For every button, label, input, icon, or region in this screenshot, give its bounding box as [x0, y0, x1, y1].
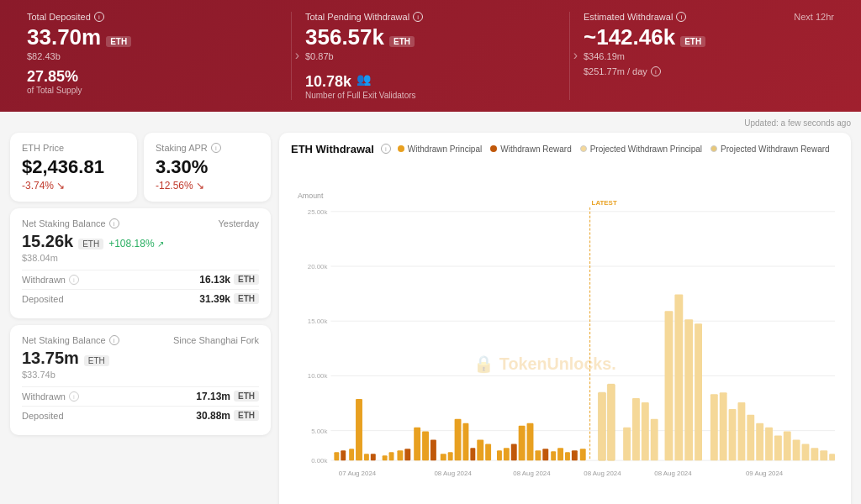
- svg-rect-76: [829, 454, 835, 460]
- ns-yesterday-currency: ETH: [78, 239, 103, 249]
- info-icon-day[interactable]: i: [651, 66, 661, 76]
- svg-rect-23: [349, 449, 354, 460]
- svg-rect-57: [642, 402, 649, 460]
- chart-container: Amount 25.00k 20.00k 15.00k 10.00k 5.00k…: [291, 162, 839, 504]
- svg-rect-29: [397, 450, 403, 460]
- info-icon-withdrawn-s[interactable]: i: [69, 391, 79, 402]
- top-card-deposited-title: Total Deposited i: [27, 12, 277, 22]
- top-card-estimated-title: Estimated Withdrawal i Next 12hr: [584, 12, 834, 22]
- svg-rect-75: [820, 450, 827, 460]
- info-icon-apr[interactable]: i: [211, 143, 221, 153]
- chart-title: ETH Withdrawal: [291, 143, 374, 155]
- svg-rect-44: [519, 425, 526, 459]
- info-icon-estimated[interactable]: i: [676, 12, 686, 22]
- svg-rect-27: [383, 455, 388, 460]
- legend-projected-principal: Projected Withdrawn Principal: [580, 144, 702, 154]
- info-icon-withdrawn-y[interactable]: i: [69, 275, 79, 285]
- svg-rect-52: [580, 449, 586, 460]
- ns-shanghai-title: Net Staking Balance i: [22, 335, 119, 345]
- deposited-secondary: 27.85%: [27, 68, 277, 86]
- ns-yesterday-title: Net Staking Balance i: [22, 218, 119, 228]
- chart-panel: ETH Withdrawal i Withdrawn Principal Wit…: [279, 133, 851, 504]
- svg-rect-64: [720, 392, 727, 460]
- svg-text:08 Aug 2024: 08 Aug 2024: [513, 470, 551, 477]
- svg-text:08 Aug 2024: 08 Aug 2024: [654, 470, 692, 477]
- svg-rect-21: [334, 452, 339, 460]
- ns-yesterday-value: 15.26k: [22, 232, 73, 251]
- top-card-pending-title: Total Pending Withdrawal i: [305, 12, 556, 22]
- ns-shanghai-sub: $33.74b: [22, 370, 259, 380]
- deposited-value: 33.70m: [27, 25, 101, 50]
- svg-text:09 Aug 2024: 09 Aug 2024: [746, 470, 784, 477]
- top-card-deposited: Total Deposited i 33.70m ETH $82.43b 27.…: [13, 12, 291, 100]
- chart-header: ETH Withdrawal i Withdrawn Principal Wit…: [291, 143, 839, 155]
- pending-sub: $0.87b: [305, 51, 556, 61]
- svg-rect-50: [565, 452, 570, 460]
- legend-withdrawn-principal: Withdrawn Principal: [398, 144, 482, 154]
- svg-rect-39: [477, 439, 483, 460]
- eth-price-value: $2,436.81: [22, 156, 125, 178]
- svg-rect-22: [341, 450, 346, 460]
- info-icon-ns-yesterday[interactable]: i: [109, 218, 119, 228]
- svg-rect-41: [497, 450, 502, 460]
- chevron-right-icon: ›: [295, 48, 299, 63]
- info-icon-deposited[interactable]: i: [94, 12, 104, 22]
- svg-rect-62: [695, 323, 702, 460]
- ns-shanghai-deposited-row: Deposited 30.88m ETH: [22, 406, 259, 425]
- legend-projected-reward: Projected Withdrawn Reward: [710, 144, 830, 154]
- top-bar: Total Deposited i 33.70m ETH $82.43b 27.…: [0, 0, 861, 112]
- legend-withdrawn-reward: Withdrawn Reward: [490, 144, 571, 154]
- deposited-secondary-label: of Total Supply: [27, 86, 277, 95]
- eth-price-label: ETH Price: [22, 143, 125, 153]
- ns-shanghai-withdrawn-row: Withdrawn i 17.13m ETH: [22, 386, 259, 406]
- chevron-right-icon-2: ›: [573, 48, 578, 63]
- info-icon-pending[interactable]: i: [413, 12, 423, 22]
- estimated-value: ~142.46k: [584, 25, 675, 50]
- svg-rect-42: [504, 448, 510, 460]
- svg-text:07 Aug 2024: 07 Aug 2024: [339, 470, 377, 477]
- pending-validators-label: Number of Full Exit Validators: [305, 91, 556, 100]
- svg-rect-47: [542, 449, 548, 460]
- staking-apr-value: 3.30%: [156, 156, 259, 178]
- svg-rect-37: [462, 423, 468, 459]
- ns-yesterday-deposited-row: Deposited 31.39k ETH: [22, 289, 259, 308]
- svg-rect-73: [802, 444, 810, 460]
- pending-validators: 10.78k: [305, 73, 351, 91]
- pending-value: 356.57k: [305, 25, 384, 50]
- svg-rect-58: [651, 418, 658, 459]
- svg-text:20.00k: 20.00k: [308, 263, 328, 270]
- svg-rect-61: [684, 319, 693, 460]
- info-icon-ns-shanghai[interactable]: i: [109, 335, 119, 345]
- svg-rect-43: [511, 444, 517, 460]
- left-panel: ETH Price $2,436.81 -3.74% ↘ Staking APR…: [10, 133, 271, 504]
- svg-rect-74: [811, 448, 818, 460]
- svg-rect-69: [765, 427, 773, 460]
- estimated-day-label: $251.77m / day: [584, 66, 647, 76]
- svg-rect-59: [665, 311, 673, 460]
- ns-yesterday-withdrawn-row: Withdrawn i 16.13k ETH: [22, 270, 259, 289]
- svg-rect-51: [572, 450, 578, 460]
- ns-shanghai-value: 13.75m: [22, 349, 79, 368]
- ns-yesterday-sub: $38.04m: [22, 253, 259, 263]
- svg-rect-49: [557, 448, 563, 460]
- svg-rect-54: [607, 384, 615, 460]
- next-12hr-label: Next 12hr: [794, 12, 834, 22]
- amount-label: Amount: [298, 192, 324, 200]
- svg-rect-67: [747, 414, 754, 459]
- svg-rect-45: [527, 423, 534, 459]
- updated-text: Updated: a few seconds ago: [10, 118, 851, 128]
- svg-rect-63: [710, 394, 718, 460]
- net-staking-shanghai-card: Net Staking Balance i Since Shanghai For…: [10, 325, 271, 435]
- estimated-sub: $346.19m: [584, 51, 834, 61]
- svg-rect-60: [674, 294, 683, 460]
- info-icon-chart[interactable]: i: [381, 144, 391, 154]
- ns-yesterday-period: Yesterday: [218, 218, 259, 228]
- staking-apr-card: Staking APR i 3.30% -12.56% ↘: [144, 133, 271, 202]
- svg-rect-25: [364, 454, 369, 460]
- svg-text:0.00k: 0.00k: [311, 457, 327, 465]
- svg-rect-28: [389, 452, 394, 460]
- svg-text:5.00k: 5.00k: [311, 427, 327, 434]
- svg-rect-38: [470, 448, 475, 460]
- chart-svg: Amount 25.00k 20.00k 15.00k 10.00k 5.00k…: [291, 162, 839, 504]
- svg-text:08 Aug 2024: 08 Aug 2024: [584, 470, 621, 477]
